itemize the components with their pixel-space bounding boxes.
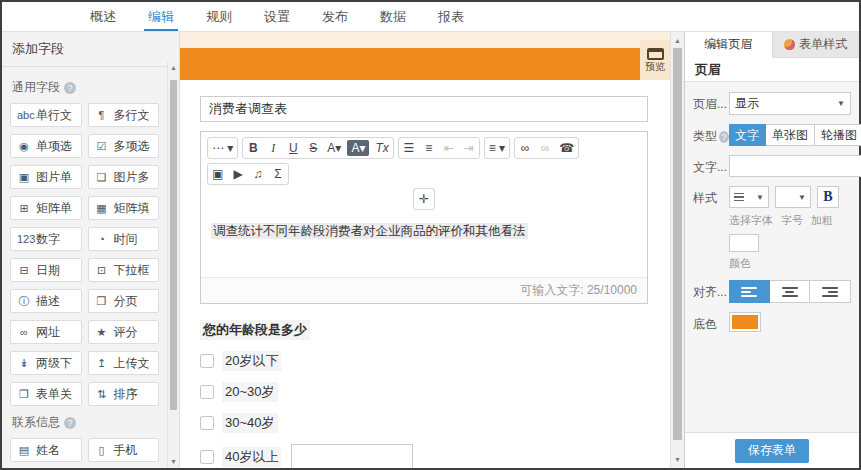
ordered-list-button[interactable]: ☰ <box>399 138 419 158</box>
settings-tabs: 编辑页眉 表单样式 <box>685 32 859 58</box>
field-time[interactable]: ◔ 时间 <box>88 227 160 251</box>
font-color-button[interactable]: A▾ <box>323 138 345 158</box>
field-date[interactable]: ⊟ 日期 <box>10 258 82 282</box>
scroll-up-icon[interactable]: ▲ <box>671 34 684 47</box>
field-type-icon: ❐ <box>17 388 31 401</box>
type-option-text[interactable]: 文字 <box>729 124 766 146</box>
help-icon[interactable] <box>719 131 729 143</box>
field-number[interactable]: 123 数字 <box>10 227 82 251</box>
insert-video-button[interactable]: ▶ <box>228 164 248 184</box>
insert-image-button[interactable]: ▣ <box>208 164 228 184</box>
align-right-button[interactable] <box>810 280 851 303</box>
option-checkbox[interactable] <box>200 416 214 430</box>
nav-tab-edit[interactable]: 编辑 <box>132 2 190 31</box>
nav-tab-publish[interactable]: 发布 <box>306 2 364 31</box>
header-type-label: 类型 <box>693 124 729 145</box>
type-option-carousel[interactable]: 轮播图 <box>815 124 861 146</box>
tab-form-style[interactable]: 表单样式 <box>773 32 860 58</box>
field-sort[interactable]: ⇅ 排序 <box>88 382 160 406</box>
field-single-line-text[interactable]: abc 单行文 <box>10 103 82 127</box>
option-checkbox[interactable] <box>200 354 214 368</box>
preview-button[interactable]: 预览 <box>640 40 670 80</box>
font-bg-color-button[interactable]: A▾ <box>347 140 369 156</box>
scrollbar-thumb[interactable] <box>673 48 682 440</box>
outdent-button[interactable]: ⇤ <box>439 138 459 158</box>
fullscreen-button[interactable]: ✛ <box>414 189 434 209</box>
indent-button[interactable]: ⇥ <box>459 138 479 158</box>
field-multi-line-text[interactable]: ¶ 多行文 <box>88 103 160 127</box>
field-dropdown[interactable]: ⊡ 下拉框 <box>88 258 160 282</box>
field-image-multi-choice[interactable]: ❏ 图片多 <box>88 165 160 189</box>
scroll-down-icon[interactable]: ▼ <box>671 453 684 466</box>
sidebar-scrollbar[interactable]: ▲ ▼ <box>167 62 179 468</box>
align-left-button[interactable] <box>729 280 770 303</box>
unlink-button[interactable]: ∞ <box>535 138 555 158</box>
field-radio-choice[interactable]: ◉ 单项选 <box>10 134 82 158</box>
more-options-button[interactable]: ⋯ ▾ <box>208 138 237 158</box>
option-other-input[interactable] <box>291 444 413 468</box>
form-canvas: 预览 ⋯ ▾ BIUSA▾A▾Tx ☰≡⇤⇥ ≡ ▾ ∞∞☎ ▣▶♫Σ <box>180 32 684 468</box>
align-dropdown-button[interactable]: ≡ ▾ <box>485 138 509 158</box>
help-icon[interactable] <box>64 417 76 429</box>
unordered-list-button[interactable]: ≡ <box>419 138 439 158</box>
field-type-icon: ⊞ <box>17 202 31 215</box>
strikethrough-button[interactable]: S <box>303 138 323 158</box>
palette-icon <box>784 39 795 50</box>
nav-tab-reports[interactable]: 报表 <box>422 2 480 31</box>
form-title-input[interactable] <box>200 96 648 122</box>
chevron-down-icon: ▼ <box>756 193 764 202</box>
field-file-upload[interactable]: ↥ 上传文 <box>88 351 160 375</box>
option-checkbox[interactable] <box>200 385 214 399</box>
phone-link-button[interactable]: ☎ <box>555 138 578 158</box>
font-color-input[interactable] <box>729 234 759 252</box>
nav-tab-settings[interactable]: 设置 <box>248 2 306 31</box>
field-url[interactable]: ∞ 网址 <box>10 320 82 344</box>
option-checkbox[interactable] <box>200 450 214 464</box>
age-option-over-40: 40岁以上 <box>200 444 648 468</box>
font-size-select[interactable]: ▼ <box>775 186 811 208</box>
scroll-down-icon[interactable]: ▼ <box>168 456 179 468</box>
nav-tab-data[interactable]: 数据 <box>364 2 422 31</box>
field-matrix-fill[interactable]: ▦ 矩阵填 <box>88 196 160 220</box>
type-option-single-image[interactable]: 单张图 <box>766 124 815 146</box>
align-center-button[interactable] <box>770 280 811 303</box>
bold-button[interactable]: B <box>243 138 263 158</box>
bold-helper-label: 加粗 <box>811 213 833 228</box>
field-type-icon: ❒ <box>95 295 109 308</box>
field-image-single-choice[interactable]: ▣ 图片单 <box>10 165 82 189</box>
field-form-link[interactable]: ❐ 表单关 <box>10 382 82 406</box>
field-page-break[interactable]: ❒ 分页 <box>88 289 160 313</box>
form-header-color-bar[interactable] <box>180 48 640 80</box>
header-text-input[interactable] <box>729 155 861 177</box>
tab-edit-header[interactable]: 编辑页眉 <box>685 32 773 58</box>
field-checkbox-choice[interactable]: ☑ 多项选 <box>88 134 160 158</box>
sidebar-scroll-area: 通用字段 abc 单行文 ¶ 多行文 <box>2 67 179 468</box>
insert-formula-button[interactable]: Σ <box>268 164 288 184</box>
underline-button[interactable]: U <box>283 138 303 158</box>
link-button[interactable]: ∞ <box>515 138 535 158</box>
insert-audio-button[interactable]: ♫ <box>248 164 268 184</box>
field-rating[interactable]: ★ 评分 <box>88 320 160 344</box>
field-name[interactable]: ▤ 姓名 <box>10 438 82 462</box>
nav-tab-rules[interactable]: 规则 <box>190 2 248 31</box>
bold-toggle-button[interactable]: B <box>817 186 839 208</box>
form-description-editor[interactable]: 调查统计不同年龄段消费者对企业商品的评价和其他看法 <box>201 215 647 277</box>
header-visibility-select[interactable]: 显示 ▼ <box>729 92 851 115</box>
section-label-common-fields: 通用字段 <box>12 79 159 96</box>
field-mobile[interactable]: ▯ 手机 <box>88 438 160 462</box>
header-type-segment: 文字单张图轮播图 <box>729 124 861 146</box>
font-family-select[interactable]: ▼ <box>729 186 769 208</box>
bg-color-swatch[interactable] <box>729 312 761 332</box>
nav-tab-overview[interactable]: 概述 <box>74 2 132 31</box>
scroll-up-icon[interactable]: ▲ <box>168 62 179 74</box>
save-form-button[interactable]: 保存表单 <box>735 439 809 463</box>
field-two-level-dropdown[interactable]: ↡ 两级下 <box>10 351 82 375</box>
scrollbar-thumb[interactable] <box>170 80 177 410</box>
italic-button[interactable]: I <box>263 138 283 158</box>
age-question-block[interactable]: 您的年龄段是多少 20岁以下 <box>200 320 648 468</box>
canvas-scrollbar[interactable]: ▲ ▼ <box>670 32 684 468</box>
clear-format-button[interactable]: Tx <box>371 138 392 158</box>
help-icon[interactable] <box>64 82 76 94</box>
field-matrix-single[interactable]: ⊞ 矩阵单 <box>10 196 82 220</box>
field-description[interactable]: ⓘ 描述 <box>10 289 82 313</box>
